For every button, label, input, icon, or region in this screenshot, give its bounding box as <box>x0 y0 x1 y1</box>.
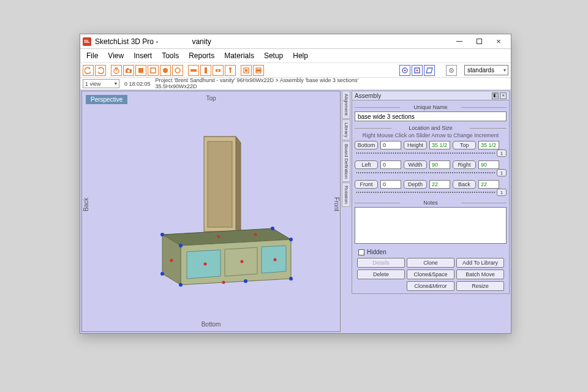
bottom-value[interactable]: 0 <box>380 141 401 149</box>
view-count-dropdown[interactable]: 1 view <box>83 79 119 88</box>
panel-pin-icon[interactable]: ◧ <box>492 92 499 99</box>
viewport-label-top: Top <box>206 95 216 102</box>
svg-rect-27 <box>208 141 232 227</box>
hidden-checkbox[interactable]: Hidden <box>358 249 507 255</box>
menu-setup[interactable]: Setup <box>260 50 287 61</box>
increment-vertical[interactable]: 1 <box>497 149 507 157</box>
clone-space-button[interactable]: Clone&Space <box>407 270 454 279</box>
add-library-button[interactable]: Add To Library <box>456 258 504 268</box>
app-window: SL SketchList 3D Pro - vanity × File Vie… <box>80 34 511 334</box>
clone-mirror-button[interactable]: Clone&Mirror <box>407 281 454 291</box>
svg-rect-9 <box>205 67 207 74</box>
mode-c-icon[interactable] <box>424 65 435 76</box>
svg-rect-15 <box>245 69 247 72</box>
back-button[interactable]: Back <box>453 180 476 189</box>
notes-textarea[interactable] <box>355 207 507 244</box>
undo-icon[interactable] <box>83 65 94 76</box>
camera-icon[interactable] <box>123 65 134 76</box>
svg-point-23 <box>451 70 452 71</box>
menubar: File View Insert Tools Reports Materials… <box>80 49 511 62</box>
batch-move-button[interactable]: Batch Move <box>456 270 504 279</box>
location-size-group: Location and Size <box>355 125 507 131</box>
scene-render <box>126 118 297 304</box>
front-button[interactable]: Front <box>355 180 378 189</box>
mode-a-icon[interactable] <box>399 65 410 76</box>
svg-point-43 <box>203 263 206 266</box>
maximize-button[interactable] <box>469 36 489 48</box>
hardware-icon[interactable] <box>225 65 236 76</box>
increment-depth[interactable]: 1 <box>497 189 507 196</box>
dim-row-horizontal: Left 0 Width 90 Right 90 <box>355 160 507 169</box>
slider-depth[interactable]: 1 <box>355 189 507 196</box>
left-button[interactable]: Left <box>355 160 378 169</box>
svg-point-6 <box>163 68 168 73</box>
circle-outline-icon[interactable] <box>172 65 183 76</box>
new-project-icon[interactable] <box>135 65 146 76</box>
svg-rect-17 <box>256 69 261 72</box>
slider-horizontal[interactable]: 1 <box>355 169 507 176</box>
add-board-icon[interactable] <box>188 65 199 76</box>
menu-tools[interactable]: Tools <box>158 50 183 61</box>
circle-icon[interactable] <box>160 65 171 76</box>
panel-header: Assembly ◧ × <box>352 91 510 100</box>
top-button[interactable]: Top <box>453 141 476 149</box>
details-button[interactable]: Details <box>357 258 405 268</box>
right-button[interactable]: Right <box>453 160 476 169</box>
dimension-rows: Bottom 0 Height 35 1/2 Top 35 1/2 1 Left <box>355 141 507 196</box>
resize-button[interactable]: Resize <box>456 281 504 291</box>
timer-icon[interactable] <box>111 65 122 76</box>
svg-point-7 <box>175 68 180 73</box>
clone-button[interactable]: Clone <box>407 258 454 268</box>
hidden-label: Hidden <box>367 249 386 255</box>
redo-icon[interactable] <box>95 65 106 76</box>
svg-point-46 <box>222 281 225 284</box>
container-a-icon[interactable] <box>241 65 252 76</box>
left-value[interactable]: 0 <box>380 160 401 169</box>
svg-marker-31 <box>187 250 221 279</box>
delete-button[interactable]: Delete <box>357 270 405 279</box>
menu-reports[interactable]: Reports <box>185 50 218 61</box>
close-button[interactable]: × <box>489 36 508 48</box>
svg-point-13 <box>229 67 232 70</box>
main-split: Perspective Top Bottom Back Front <box>80 89 511 333</box>
width-value[interactable]: 90 <box>429 160 450 169</box>
svg-point-11 <box>217 69 219 70</box>
svg-rect-3 <box>127 68 129 69</box>
vertical-tabs: Alignment Library Board Definition Rotat… <box>342 91 350 332</box>
gear-icon[interactable] <box>446 65 457 76</box>
vertical-board-icon[interactable] <box>200 65 211 76</box>
front-value[interactable]: 0 <box>380 180 401 189</box>
height-button[interactable]: Height <box>404 141 427 149</box>
menu-insert[interactable]: Insert <box>130 50 156 61</box>
back-value[interactable]: 22 <box>478 180 499 189</box>
standards-dropdown[interactable]: standards <box>464 65 508 75</box>
container-b-icon[interactable] <box>253 65 264 76</box>
depth-button[interactable]: Depth <box>404 180 427 189</box>
tab-alignment[interactable]: Alignment <box>342 91 350 119</box>
depth-value[interactable]: 22 <box>429 180 450 189</box>
svg-point-40 <box>289 277 293 281</box>
menu-view[interactable]: View <box>104 50 127 61</box>
panel-close-icon[interactable]: × <box>500 92 507 99</box>
bottom-button[interactable]: Bottom <box>355 141 378 149</box>
viewport-3d[interactable]: Perspective Top Bottom Back Front <box>81 91 341 332</box>
minimize-button[interactable] <box>450 36 469 48</box>
menu-file[interactable]: File <box>83 50 102 61</box>
menu-help[interactable]: Help <box>289 50 312 61</box>
tab-board-def[interactable]: Board Definition <box>342 141 350 182</box>
svg-marker-25 <box>236 137 241 235</box>
slider-vertical[interactable]: 1 <box>355 149 507 157</box>
unique-name-input[interactable] <box>355 111 507 121</box>
increment-horizontal[interactable]: 1 <box>497 169 507 176</box>
tab-rotation[interactable]: Rotation <box>342 183 350 207</box>
width-button[interactable]: Width <box>404 160 427 169</box>
height-value[interactable]: 35 1/2 <box>429 141 450 149</box>
right-value[interactable]: 90 <box>478 160 499 169</box>
center-board-icon[interactable] <box>213 65 224 76</box>
top-value[interactable]: 35 1/2 <box>478 141 499 149</box>
square-outline-icon[interactable] <box>148 65 159 76</box>
menu-materials[interactable]: Materials <box>221 50 258 61</box>
unique-name-group: Unique Name <box>355 104 507 110</box>
tab-library[interactable]: Library <box>342 119 350 140</box>
mode-b-icon[interactable] <box>412 65 423 76</box>
